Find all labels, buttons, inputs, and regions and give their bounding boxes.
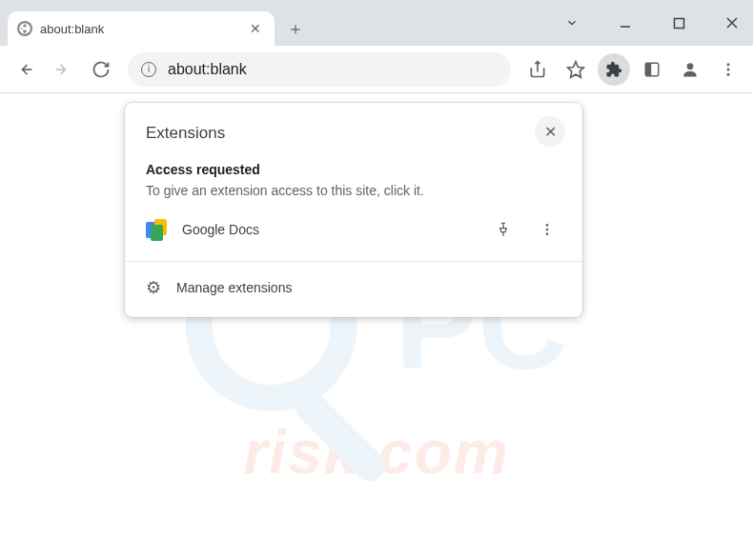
gear-icon: ⚙ <box>146 277 161 298</box>
access-requested-heading: Access requested <box>146 162 561 177</box>
svg-point-13 <box>727 72 730 75</box>
svg-point-15 <box>546 229 549 231</box>
close-tab-button[interactable]: ✕ <box>246 19 265 38</box>
side-panel-button[interactable] <box>635 52 669 87</box>
new-tab-button[interactable]: ＋ <box>280 13 311 44</box>
svg-point-10 <box>687 63 694 70</box>
svg-point-12 <box>727 68 730 70</box>
extensions-button[interactable] <box>597 52 631 87</box>
back-button[interactable] <box>8 52 42 87</box>
extension-item[interactable]: Google Docs <box>146 211 561 248</box>
menu-button[interactable] <box>711 52 745 87</box>
browser-tab[interactable]: about:blank ✕ <box>8 11 275 46</box>
share-button[interactable] <box>520 52 555 87</box>
svg-point-14 <box>546 224 549 227</box>
bookmark-button[interactable] <box>559 52 593 87</box>
site-info-icon[interactable]: i <box>141 62 156 77</box>
manage-extensions-button[interactable]: ⚙ Manage extensions <box>125 262 582 317</box>
access-requested-description: To give an extension access to this site… <box>146 183 561 198</box>
forward-button <box>46 52 80 87</box>
svg-rect-9 <box>645 63 651 76</box>
popup-title: Extensions <box>146 124 225 143</box>
window-controls <box>559 0 753 46</box>
svg-marker-7 <box>568 61 584 77</box>
window-titlebar: about:blank ✕ ＋ <box>0 0 753 46</box>
close-popup-button[interactable]: ✕ <box>535 116 565 147</box>
extension-name: Google Docs <box>182 222 474 237</box>
svg-point-16 <box>546 232 549 235</box>
url-text[interactable]: about:blank <box>168 61 498 78</box>
extension-options-button[interactable] <box>533 215 561 244</box>
minimize-button[interactable] <box>612 10 639 36</box>
manage-extensions-label: Manage extensions <box>176 280 292 295</box>
pin-extension-button[interactable] <box>489 215 518 244</box>
extensions-popup: Extensions ✕ Access requested To give an… <box>125 103 582 317</box>
window-close-button[interactable] <box>719 10 745 36</box>
globe-icon <box>17 21 32 36</box>
maximize-button[interactable] <box>665 10 692 36</box>
browser-toolbar: i about:blank <box>0 46 753 93</box>
svg-rect-2 <box>674 18 683 28</box>
caret-down-icon[interactable] <box>559 10 585 36</box>
profile-button[interactable] <box>673 52 707 87</box>
svg-point-11 <box>727 63 730 66</box>
reload-button[interactable] <box>84 52 118 87</box>
google-docs-icon <box>146 219 167 240</box>
tab-title: about:blank <box>40 22 246 36</box>
address-bar[interactable]: i about:blank <box>128 52 511 87</box>
